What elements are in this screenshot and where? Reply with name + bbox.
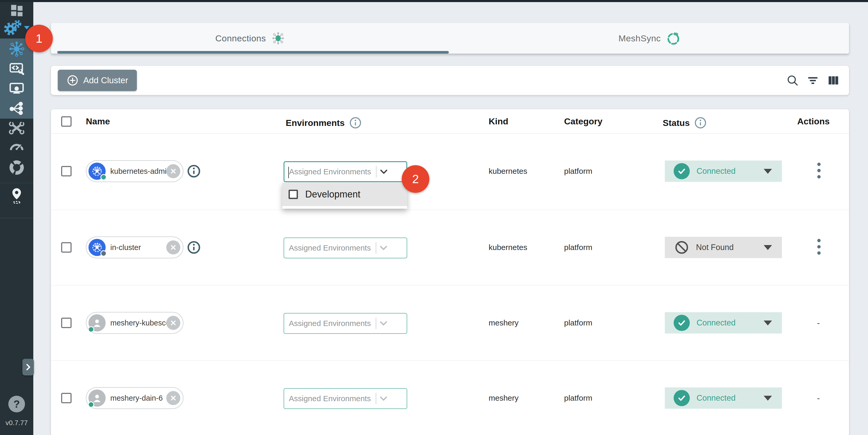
sidebar-divider [0,218,33,218]
connections-mesh-icon [8,40,26,58]
table-row: meshery-dain-6 meshery platform Connecte… [51,360,849,435]
sidebar-item-dashboard[interactable] [0,1,33,20]
connection-name: kubernetes-admin… [110,167,166,176]
environment-option-development[interactable]: Development [282,183,407,206]
sidebar-divider [0,183,33,183]
status-chip[interactable]: Connected [665,160,782,182]
environments-input[interactable] [288,167,375,177]
environments-select[interactable] [284,161,407,182]
info-icon[interactable] [694,116,707,129]
select-all-checkbox[interactable] [61,116,71,128]
sidebar: ? v0.7.77 [0,0,33,435]
triangle-down-icon [764,245,772,250]
column-header-actions[interactable]: Actions [797,116,830,126]
remove-connection-icon[interactable] [166,164,180,178]
tab-connections[interactable]: Connections [51,23,450,54]
code-screen-wrench-icon [8,60,25,77]
plus-circle-icon [67,74,79,86]
environments-select[interactable] [284,313,407,334]
meshsync-spinner-icon [665,31,681,46]
info-icon[interactable] [187,240,201,255]
connection-chip[interactable]: kubernetes-admin… [86,160,183,182]
remove-connection-icon[interactable] [166,391,180,405]
sidebar-item-adapters[interactable] [0,59,33,78]
triangle-down-icon [764,396,772,401]
column-header-environments[interactable]: Environments [286,116,362,129]
table-header: Name Environments Kind Category Status A… [51,109,849,134]
status-dot [88,326,94,333]
status-dot [88,401,94,408]
connections-table: Name Environments Kind Category Status A… [51,109,849,435]
status-dot [100,250,107,256]
info-icon[interactable] [187,164,201,179]
user-avatar-icon [89,314,106,332]
table-row: in-cluster kubernetes platform Not Found [51,210,849,285]
environments-input[interactable] [288,319,375,328]
column-header-status[interactable]: Status [663,116,707,129]
option-checkbox[interactable] [288,190,298,199]
sidebar-item-workflows[interactable] [0,99,33,118]
status-label: Connected [696,393,764,403]
column-header-category[interactable]: Category [564,116,602,126]
kubernetes-icon [89,163,106,180]
actions-empty: - [817,393,820,403]
tabs-bar: Connections MeshSync [51,23,849,54]
environments-input[interactable] [288,243,375,253]
tab-meshsync-label: MeshSync [618,33,661,43]
add-cluster-button[interactable]: Add Cluster [58,70,137,91]
status-label: Connected [696,166,764,176]
sidebar-item-extensions[interactable] [0,158,33,177]
kind-cell: kubernetes [489,243,527,252]
check-circle-icon [674,390,690,406]
row-checkbox[interactable] [61,242,71,254]
question-mark-icon: ? [13,398,20,410]
kind-cell: meshery [489,318,519,327]
chevron-down-icon[interactable] [376,241,391,255]
sidebar-item-configuration[interactable] [0,119,33,137]
filter-icon[interactable] [806,73,820,88]
connection-chip[interactable]: meshery-dain-6 [86,387,183,409]
check-circle-icon [674,163,690,179]
annotation-badge-2: 2 [402,165,429,193]
sidebar-item-catalog[interactable] [0,186,33,205]
search-icon[interactable] [785,73,800,88]
category-cell: platform [564,167,592,176]
extensions-ring-icon [8,159,25,176]
environments-select[interactable] [284,388,407,409]
annotation-badge-1: 1 [25,25,53,52]
column-header-name[interactable]: Name [86,116,110,126]
chevron-down-icon[interactable] [376,164,391,179]
view-columns-icon[interactable] [826,73,841,88]
actions-menu-icon[interactable] [815,239,823,255]
row-checkbox[interactable] [61,393,71,404]
gears-icon [4,19,22,36]
sidebar-item-service-mesh[interactable] [0,79,33,98]
help-button[interactable]: ? [8,396,25,412]
user-avatar-icon [89,390,106,407]
environments-input[interactable] [288,394,375,403]
sidebar-expand-button[interactable] [22,359,34,375]
chevron-right-icon [24,363,33,372]
status-chip[interactable]: Connected [665,312,782,334]
connection-name: in-cluster [110,243,166,252]
row-checkbox[interactable] [61,318,71,329]
tab-meshsync[interactable]: MeshSync [450,23,849,54]
status-label: Not Found [696,243,764,252]
connection-chip[interactable]: in-cluster [86,237,183,258]
status-chip[interactable]: Not Found [665,237,782,258]
row-checkbox[interactable] [61,166,71,178]
column-header-kind[interactable]: Kind [489,116,508,126]
remove-connection-icon[interactable] [166,316,180,330]
kind-cell: meshery [489,394,519,402]
sidebar-item-performance[interactable] [0,137,33,156]
connection-name: meshery-dain-6 [110,394,166,402]
chevron-down-icon[interactable] [376,316,391,331]
remove-connection-icon[interactable] [166,240,180,254]
chevron-down-icon[interactable] [376,391,391,406]
active-tab-indicator [57,51,449,54]
connection-chip[interactable]: meshery-kubescop… [86,312,183,334]
status-chip[interactable]: Connected [665,387,782,409]
actions-menu-icon[interactable] [815,163,823,179]
info-icon[interactable] [349,116,362,129]
environments-select[interactable] [284,238,407,258]
